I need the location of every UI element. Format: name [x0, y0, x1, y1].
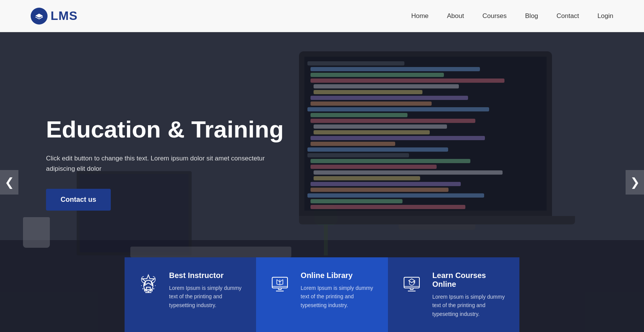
- nav-about[interactable]: About: [447, 12, 464, 20]
- feature-text-learn-courses: Learn Courses Online Lorem Ipsum is simp…: [432, 271, 508, 318]
- svg-point-9: [155, 285, 156, 286]
- feature-card-learn-courses: Learn Courses Online Lorem Ipsum is simp…: [388, 257, 519, 332]
- navbar: LMS Home About Courses Blog Contact Logi…: [0, 0, 644, 32]
- svg-point-6: [143, 288, 144, 289]
- hero-title: Education & Training: [46, 116, 284, 142]
- feature-text-best-instructor: Best Instructor Lorem Ipsum is simply du…: [169, 271, 245, 309]
- feature-title-learn-courses: Learn Courses Online: [432, 271, 508, 289]
- hero-subtitle: Click edit button to change this text. L…: [46, 153, 276, 174]
- chevron-right-icon: ❯: [630, 175, 640, 189]
- feature-title-online-library: Online Library: [301, 271, 376, 280]
- chevron-left-icon: ❮: [5, 175, 14, 189]
- feature-desc-best-instructor: Lorem Ipsum is simply dummy text of the …: [169, 284, 245, 309]
- graduation-monitor-icon: [399, 271, 424, 296]
- contact-us-button[interactable]: Contact us: [46, 189, 111, 211]
- logo-text: LMS: [51, 9, 78, 23]
- carousel-next-button[interactable]: ❯: [626, 170, 644, 195]
- nav-blog[interactable]: Blog: [525, 12, 538, 20]
- book-monitor-icon: [268, 271, 292, 296]
- nav-login[interactable]: Login: [597, 12, 613, 20]
- feature-card-best-instructor: Best Instructor Lorem Ipsum is simply du…: [125, 257, 256, 332]
- trophy-icon: [136, 271, 161, 296]
- nav-courses[interactable]: Courses: [482, 12, 506, 20]
- carousel-prev-button[interactable]: ❮: [0, 170, 18, 195]
- hero-content: Education & Training Click edit button t…: [46, 116, 284, 211]
- logo-icon: [31, 8, 48, 25]
- feature-desc-learn-courses: Lorem Ipsum is simply dummy text of the …: [432, 293, 508, 318]
- svg-point-7: [153, 288, 154, 289]
- nav-links: Home About Courses Blog Contact Login: [411, 12, 613, 20]
- logo[interactable]: LMS: [31, 8, 78, 25]
- nav-contact[interactable]: Contact: [557, 12, 579, 20]
- svg-point-8: [141, 285, 142, 286]
- feature-text-online-library: Online Library Lorem Ipsum is simply dum…: [301, 271, 376, 309]
- feature-card-online-library: Online Library Lorem Ipsum is simply dum…: [256, 257, 388, 332]
- hero-section: Education & Training Click edit button t…: [0, 32, 644, 332]
- nav-home[interactable]: Home: [411, 12, 429, 20]
- feature-bar: Best Instructor Lorem Ipsum is simply du…: [125, 257, 519, 332]
- feature-title-best-instructor: Best Instructor: [169, 271, 245, 280]
- feature-desc-online-library: Lorem Ipsum is simply dummy text of the …: [301, 284, 376, 309]
